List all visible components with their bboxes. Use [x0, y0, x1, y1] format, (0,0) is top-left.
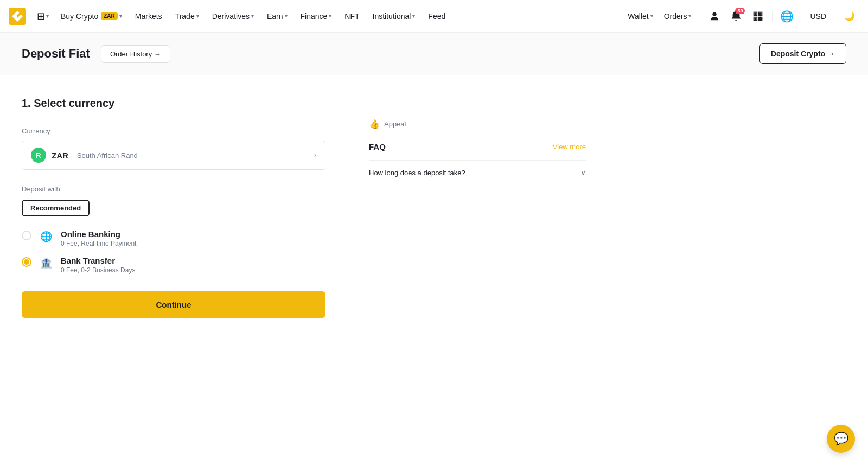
buy-crypto-chevron: ▾ [119, 13, 122, 19]
markets-label: Markets [135, 12, 162, 21]
nav-derivatives[interactable]: Derivatives ▾ [207, 0, 259, 33]
nav-markets[interactable]: Markets [130, 0, 168, 33]
currency-name: South African Rand [77, 151, 138, 159]
nav-institutional[interactable]: Institutional ▾ [367, 0, 421, 33]
main-content: 1. Select currency Currency R ZAR South … [0, 75, 651, 340]
nav-buy-crypto[interactable]: Buy Crypto ZAR ▾ [55, 0, 127, 33]
radio-inner-selected [24, 259, 29, 265]
page-title: Deposit Fiat [22, 47, 90, 61]
buy-crypto-label: Buy Crypto [61, 12, 98, 21]
online-banking-info: Online Banking 0 Fee, Real-time Payment [61, 229, 136, 247]
derivatives-label: Derivatives [212, 12, 250, 21]
currency-select[interactable]: R ZAR South African Rand › [22, 141, 326, 170]
page-header-left: Deposit Fiat Order History → [22, 45, 170, 63]
order-history-label: Order History → [110, 50, 161, 58]
currency-select-arrow: › [314, 151, 316, 159]
logo[interactable] [9, 8, 26, 25]
recommended-tab-label: Recommended [30, 204, 81, 212]
online-banking-desc: 0 Fee, Real-time Payment [61, 240, 136, 247]
globe-icon-button[interactable]: 🌐 [777, 7, 796, 26]
currency-label: USD [810, 12, 826, 21]
notification-count: 59 [735, 8, 745, 14]
feed-label: Feed [428, 12, 445, 21]
svg-rect-10 [759, 19, 761, 21]
profile-icon-button[interactable] [705, 7, 724, 26]
online-banking-icon: 🌐 [39, 229, 53, 244]
currency-code: ZAR [52, 151, 68, 160]
payment-options: 🌐 Online Banking 0 Fee, Real-time Paymen… [22, 229, 326, 274]
step-title: 1. Select currency [22, 97, 326, 110]
svg-rect-6 [760, 13, 762, 15]
bank-transfer-desc: 0 Fee, 0-2 Business Days [61, 266, 135, 274]
view-more-link[interactable]: View more [553, 143, 586, 151]
payment-option-online-banking[interactable]: 🌐 Online Banking 0 Fee, Real-time Paymen… [22, 229, 326, 247]
online-banking-name: Online Banking [61, 229, 136, 239]
bank-transfer-name: Bank Transfer [61, 256, 135, 265]
currency-selector[interactable]: USD [806, 0, 831, 33]
earn-label: Earn [267, 12, 283, 21]
currency-icon: R [31, 148, 46, 163]
svg-rect-9 [761, 19, 762, 21]
page-header: Deposit Fiat Order History → Deposit Cry… [0, 33, 868, 75]
orders-label: Orders [664, 12, 687, 21]
left-panel: 1. Select currency Currency R ZAR South … [22, 97, 326, 318]
appeal-icon: 👍 [369, 119, 380, 129]
faq-question-deposit-time: How long does a deposit take? [369, 169, 465, 177]
appeal-label: Appeal [384, 120, 406, 128]
deposit-crypto-button[interactable]: Deposit Crypto → [760, 43, 846, 64]
orders-button[interactable]: Orders ▾ [660, 0, 696, 33]
navbar: ⊞ ▾ Buy Crypto ZAR ▾ Markets Trade ▾ Der… [0, 0, 868, 33]
continue-button-label: Continue [156, 300, 192, 309]
faq-chevron-deposit-time: ∨ [580, 168, 586, 177]
svg-point-1 [713, 12, 717, 16]
nav-nft[interactable]: NFT [339, 0, 365, 33]
trade-chevron: ▾ [196, 13, 199, 19]
nav-divider-4 [835, 11, 835, 22]
nav-divider-1 [700, 11, 700, 22]
deposit-with-label: Deposit with [22, 185, 326, 193]
finance-chevron: ▾ [329, 13, 331, 19]
nav-finance[interactable]: Finance ▾ [295, 0, 337, 33]
faq-row: FAQ View more [369, 142, 586, 151]
recommended-tab[interactable]: Recommended [22, 200, 90, 216]
notifications-button[interactable]: 59 [726, 7, 746, 26]
nav-earn[interactable]: Earn ▾ [261, 0, 293, 33]
orders-chevron: ▾ [688, 13, 691, 19]
bank-transfer-radio[interactable] [22, 257, 31, 267]
faq-item-deposit-time[interactable]: How long does a deposit take? ∨ [369, 160, 586, 184]
nav-divider-3 [801, 11, 801, 22]
bank-transfer-info: Bank Transfer 0 Fee, 0-2 Business Days [61, 256, 135, 274]
payment-option-bank-transfer[interactable]: 🏦 Bank Transfer 0 Fee, 0-2 Business Days [22, 256, 326, 274]
nft-label: NFT [344, 12, 359, 21]
zar-badge: ZAR [101, 12, 118, 20]
currency-icon-letter: R [36, 151, 41, 159]
currency-field-label: Currency [22, 127, 326, 135]
svg-rect-11 [761, 17, 762, 18]
qr-icon-button[interactable] [748, 7, 768, 26]
deposit-crypto-label: Deposit Crypto → [771, 49, 835, 58]
nav-divider-2 [772, 11, 773, 22]
nav-feed[interactable]: Feed [423, 0, 451, 33]
earn-chevron: ▾ [285, 13, 288, 19]
currency-left: R ZAR South African Rand [31, 148, 138, 163]
svg-rect-5 [755, 13, 757, 15]
wallet-label: Wallet [628, 12, 648, 21]
svg-rect-8 [759, 17, 761, 18]
bank-transfer-icon: 🏦 [39, 256, 53, 270]
trade-label: Trade [175, 12, 195, 21]
svg-rect-7 [755, 18, 757, 20]
grid-menu-button[interactable]: ⊞ ▾ [33, 8, 53, 24]
institutional-chevron: ▾ [412, 13, 415, 19]
right-panel: 👍 Appeal FAQ View more How long does a d… [369, 97, 586, 318]
finance-label: Finance [301, 12, 328, 21]
nav-trade[interactable]: Trade ▾ [170, 0, 205, 33]
wallet-chevron: ▾ [650, 13, 653, 19]
theme-toggle-button[interactable]: 🌙 [840, 7, 859, 26]
wallet-button[interactable]: Wallet ▾ [623, 0, 657, 33]
continue-button[interactable]: Continue [22, 291, 326, 318]
faq-label: FAQ [369, 142, 386, 151]
online-banking-radio[interactable] [22, 231, 31, 240]
institutional-label: Institutional [373, 12, 411, 21]
order-history-button[interactable]: Order History → [101, 45, 170, 63]
appeal-row: 👍 Appeal [369, 119, 586, 129]
